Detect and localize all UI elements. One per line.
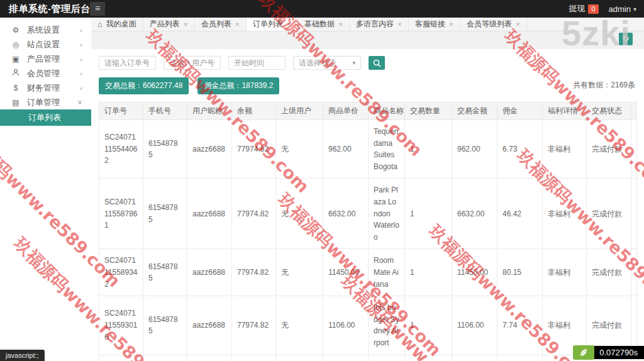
table-cell: SC24071115544062 <box>99 120 143 179</box>
chevron-left-icon: ‹ <box>80 84 82 92</box>
column-header: 交易状态 <box>587 103 631 120</box>
close-icon[interactable]: × <box>235 21 240 28</box>
refresh-icon[interactable]: ↻ <box>619 33 633 45</box>
column-header: 交易金额 <box>452 103 497 120</box>
site-icon: ◎ <box>11 40 20 49</box>
leaf-icon[interactable] <box>573 345 594 360</box>
search-button[interactable] <box>369 56 385 70</box>
withdraw-label: 提现 <box>569 3 585 14</box>
order-no-input[interactable] <box>99 56 156 70</box>
table-cell: SC24071115593016 <box>99 296 143 355</box>
sidebar-subitem-订单列表[interactable]: 订单列表 <box>0 109 91 126</box>
user-icon <box>11 69 20 78</box>
column-header-empty <box>631 103 637 120</box>
table-row: SC2407111559979761548785aazz668877974.82… <box>99 355 637 361</box>
table-header-row: 订单号手机号用户昵称余额上级用户商品单价商品名称交易数量交易金额佣金福利详情交易… <box>99 103 637 120</box>
chevron-down-icon: ▾ <box>633 6 636 13</box>
tab-0[interactable]: ⌂我的桌面 <box>91 18 143 31</box>
tab-label: 基础数据 <box>304 19 335 30</box>
trace-timer: 0.072790s <box>573 345 644 360</box>
table-cell-empty <box>631 249 637 296</box>
tab-7[interactable]: 会员等级列表× <box>460 18 527 31</box>
table-cell: aazz6688 <box>187 355 232 361</box>
column-header: 福利详情 <box>543 103 587 120</box>
table-cell: Tequendama Suites Bogota <box>369 120 405 179</box>
close-icon[interactable]: × <box>338 21 343 28</box>
column-header: 佣金 <box>497 103 543 120</box>
close-icon[interactable]: × <box>287 21 291 28</box>
table-cell: 6.73 <box>497 120 543 179</box>
tab-label: 订单列表 <box>253 19 283 30</box>
sidebar-item-5[interactable]: ▤订单管理∨ <box>0 95 91 109</box>
tab-6[interactable]: 客服链接× <box>409 18 460 31</box>
chevron-left-icon: ‹ <box>80 26 82 34</box>
commission-total-badge: 佣金总额：187839.2 <box>197 77 279 94</box>
table-cell: 无 <box>276 179 323 249</box>
sidebar-item-0[interactable]: ⚙系统设置‹ <box>0 23 91 37</box>
table-cell: 1106.00 <box>323 296 369 355</box>
table-cell: 46.42 <box>497 179 543 249</box>
withdraw-button[interactable]: 提现 0 <box>569 3 598 14</box>
start-time-input[interactable] <box>228 56 286 70</box>
sidebar-item-2[interactable]: ▣产品管理‹ <box>0 52 91 66</box>
tab-5[interactable]: 多语言内容× <box>350 18 409 31</box>
hamburger-icon[interactable]: ≡ <box>90 2 105 16</box>
tab-bar: ⌂我的桌面产品列表×会员列表×订单列表×基础数据×多语言内容×客服链接×会员等级… <box>91 18 644 31</box>
table-cell: aazz6688 <box>187 296 232 355</box>
sidebar-item-label: 财务管理 <box>27 82 60 94</box>
top-bar: 排单系统-管理后台 ≡ 提现 0 admin ▾ <box>0 0 644 18</box>
chevron-left-icon: ‹ <box>80 55 82 63</box>
table-cell: 4518.00 <box>452 355 497 361</box>
sidebar-item-1[interactable]: ◎站点设置‹ <box>0 37 91 52</box>
table-cell: 77974.82 <box>232 120 276 179</box>
table-cell: 61548785 <box>143 249 187 296</box>
user-menu[interactable]: admin ▾ <box>609 4 636 14</box>
table-cell: SC24071115587861 <box>99 179 143 249</box>
topbar-right: 提现 0 admin ▾ <box>569 0 636 18</box>
table-cell: 61548785 <box>143 355 187 361</box>
column-header: 手机号 <box>143 103 187 120</box>
home-icon: ⌂ <box>97 19 103 29</box>
tab-label: 客服链接 <box>415 19 445 30</box>
status-select[interactable]: 请选择状态 ▾ <box>293 56 361 70</box>
column-header: 商品单价 <box>323 103 369 120</box>
sidebar-item-label: 系统设置 <box>27 25 60 36</box>
tab-label: 会员列表 <box>201 19 231 30</box>
withdraw-count-badge: 0 <box>588 4 598 14</box>
tab-1[interactable]: 产品列表× <box>143 18 195 31</box>
sidebar-item-4[interactable]: $财务管理‹ <box>0 81 91 95</box>
tab-4[interactable]: 基础数据× <box>298 18 350 31</box>
table-cell: 非福利 <box>543 249 587 296</box>
column-header: 商品名称 <box>369 103 405 120</box>
tab-2[interactable]: 会员列表× <box>195 18 247 31</box>
table-cell: 无 <box>276 296 323 355</box>
close-icon[interactable]: × <box>397 21 402 28</box>
table-cell: 6632.00 <box>323 179 369 249</box>
table-row: SC2407111558934261548785aazz668877974.82… <box>99 249 637 296</box>
table-cell: 非福利 <box>543 120 587 179</box>
finance-icon: $ <box>11 84 20 92</box>
close-icon[interactable]: × <box>516 21 520 28</box>
column-header: 用户昵称 <box>187 103 232 120</box>
table-cell: 4518.00 <box>323 355 369 361</box>
tab-label: 会员等级列表 <box>467 19 512 30</box>
sidebar-item-3[interactable]: 会员管理‹ <box>0 66 91 81</box>
user-no-input[interactable] <box>164 56 221 70</box>
tab-label: 我的桌面 <box>106 19 136 30</box>
close-icon[interactable]: × <box>184 21 188 28</box>
statusbar-link-preview: javascript:; <box>0 350 45 361</box>
username: admin <box>609 4 631 14</box>
table-row: SC2407111558786161548785aazz668877974.82… <box>99 179 637 249</box>
chevron-down-icon: ∨ <box>77 98 82 106</box>
table-cell: 11450.00 <box>452 249 497 296</box>
record-count: 共有数据：2169条 <box>573 80 635 91</box>
table-cell: 无 <box>276 249 323 296</box>
tab-3[interactable]: 订单列表× <box>247 18 298 31</box>
gear-icon: ⚙ <box>11 26 20 35</box>
render-time: 0.072790s <box>592 346 644 359</box>
table-cell: SC24071115589342 <box>99 249 143 296</box>
close-icon[interactable]: × <box>449 21 453 28</box>
table-cell: 80.15 <box>497 249 543 296</box>
column-header: 上级用户 <box>276 103 323 120</box>
table-cell: Ibis budget Sydney Airport <box>369 296 405 355</box>
